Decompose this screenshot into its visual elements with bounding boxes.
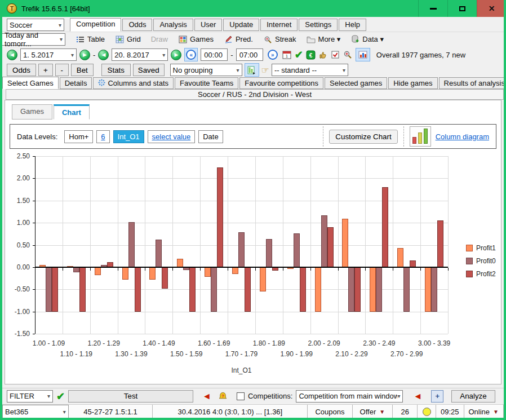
prev-date-to-icon[interactable]: ◀ (98, 50, 109, 60)
action-button-stats[interactable]: Stats (101, 64, 131, 76)
action-button-bet[interactable]: Bet (71, 64, 94, 76)
bar-profit2-0 (52, 267, 58, 312)
dropdown-triangle-icon: ▼ (493, 409, 499, 415)
grouping-apply-button[interactable] (245, 63, 259, 77)
app-window: T Trefik 15.6.5.1 [64bit] ✕ Soccer▾ Comp… (0, 0, 506, 420)
time-reset-start-button[interactable]: « (184, 48, 198, 61)
toolbar-item-data[interactable]: Data ▾ (350, 34, 384, 44)
action-button-[interactable]: + (38, 64, 53, 76)
maximize-button[interactable] (447, 0, 477, 17)
back-arrow-icon[interactable]: ◄ (413, 392, 422, 401)
coupons-cell[interactable]: Coupons (308, 405, 352, 418)
main-panel: Games Chart Data Levels: Hom+6Int_O1sele… (5, 100, 501, 384)
time-reset-end-button[interactable]: » (266, 48, 279, 61)
gridline (35, 156, 448, 157)
menu-tab-update[interactable]: Update (223, 19, 259, 31)
filter-tab-favoutite-teams[interactable]: Favoutite Teams (175, 77, 238, 89)
bar-profit2-11 (354, 267, 361, 312)
x-axis-tick (283, 268, 283, 271)
date-from-select[interactable]: 1. 5.2017▾ (20, 48, 77, 61)
calendar-icon[interactable]: 1 (282, 50, 292, 60)
filter-select[interactable]: FILTER▾ (7, 390, 53, 403)
filter-tab-strip: Select GamesDetailsColumns and statsFavo… (2, 77, 504, 89)
bookmaker-select[interactable]: Bet365▾ (2, 405, 69, 418)
prev-date-from-icon[interactable]: ◀ (7, 50, 17, 60)
y-axis-label: 1.50 (17, 197, 30, 205)
filter-tab-select-games[interactable]: Select Games (2, 77, 59, 89)
filter-check-icon[interactable]: ✔ (56, 391, 65, 401)
menu-tab-settings[interactable]: Settings (299, 19, 338, 31)
bar-profit1-3 (122, 267, 128, 280)
filter-tab-details[interactable]: Details (60, 77, 92, 89)
scope-selector[interactable]: Today and tomorr...▾ (2, 33, 65, 46)
date-to-select[interactable]: 20. 8.2017▾ (112, 48, 168, 61)
competition-select[interactable]: Competition from main window▾ (296, 390, 403, 403)
action-button-saved[interactable]: Saved (133, 64, 165, 76)
toolbar-item-grid[interactable]: Grid (115, 34, 141, 44)
toolbar-item-label: Grid (127, 35, 141, 43)
menu-tab-user[interactable]: User (194, 19, 222, 31)
tasks-check-icon[interactable] (331, 50, 340, 60)
minimize-button[interactable] (418, 0, 447, 17)
chart-view-toggle[interactable] (356, 48, 370, 61)
record-cell: 45-27-27 1.5:1.1 (69, 405, 153, 418)
competitions-checkbox[interactable] (237, 392, 245, 400)
bell-help-icon[interactable]: ? (218, 391, 228, 401)
toolbar-item-more[interactable]: More ▾ (307, 34, 341, 44)
action-button-[interactable]: - (55, 64, 69, 76)
fit-window-icon[interactable]: + (431, 390, 443, 403)
legend-swatch (466, 258, 473, 264)
next-date-from-icon[interactable]: ▶ (79, 50, 90, 60)
toolbar-item-streak[interactable]: Streak (263, 34, 296, 44)
bar-profit1-4 (149, 267, 156, 280)
filter-tab-selected-games[interactable]: Selected games (325, 77, 387, 89)
search-plus-icon[interactable] (343, 50, 353, 60)
thumbs-up-icon[interactable] (318, 50, 328, 60)
y-axis-label: 0.00 (17, 263, 30, 271)
next-date-to-icon[interactable]: ▶ (171, 50, 181, 60)
hand-pointer-icon[interactable]: ☞ (261, 65, 269, 76)
filter-tab-columns-and-stats[interactable]: Columns and stats (93, 77, 174, 89)
offer-menu[interactable]: Offer▼ (353, 405, 393, 418)
menu-tab-internet[interactable]: Internet (260, 19, 298, 31)
back-arrow-icon[interactable]: ◄ (202, 392, 211, 401)
apply-check-icon[interactable]: ✔ (295, 50, 303, 60)
filter-tab-favourite-competitions[interactable]: Favourite competitions (239, 77, 323, 89)
toolbar-item-pred[interactable]: Pred. (224, 34, 253, 44)
filter-row: FILTER▾ ✔ Test ◄ ? Competitions: Competi… (2, 388, 504, 404)
menu-tab-help[interactable]: Help (339, 19, 366, 31)
time-to-input[interactable]: 07:00 (236, 48, 263, 61)
bar-profit2-5 (189, 267, 196, 312)
bar-profit0-14 (431, 267, 437, 312)
toolbar-item-games[interactable]: Games (178, 34, 214, 44)
x-axis-label: 2.30 - 2.49 (363, 339, 395, 347)
sport-selector[interactable]: Soccer▾ (7, 19, 64, 31)
filter-tab-results-of-analysis-of-more-filters[interactable]: Results of analysis of more filters (439, 77, 506, 89)
grouping-select[interactable]: No grouping▾ (170, 64, 242, 76)
time-from-input[interactable]: 00:00 (201, 48, 228, 61)
analyze-button[interactable]: Analyze (451, 390, 495, 403)
test-button[interactable]: Test (68, 390, 193, 403)
euro-icon[interactable]: € (306, 50, 316, 60)
bar-profit1-8 (260, 267, 266, 291)
competitions-label: Competitions: (248, 392, 292, 400)
close-button[interactable]: ✕ (477, 0, 506, 17)
x-axis-label: 1.20 - 1.29 (87, 339, 119, 347)
toolbar-item-table[interactable]: Table (76, 34, 105, 44)
menu-tab-odds[interactable]: Odds (122, 19, 152, 31)
filter-tab-hide-games[interactable]: Hide games (388, 77, 437, 89)
action-button-odds[interactable]: Odds (7, 64, 36, 76)
standard-select[interactable]: -- standard --▾ (272, 64, 348, 76)
menu-tab-analysis[interactable]: Analysis (153, 19, 193, 31)
legend-label: Profit0 (476, 257, 496, 265)
x-axis-label: 1.50 - 1.59 (170, 350, 202, 358)
x-axis-label: 3.00 - 3.39 (418, 339, 450, 347)
gridline (35, 289, 448, 290)
toolbar-item-label: More ▾ (318, 35, 341, 43)
bar-profit1-2 (95, 267, 101, 275)
bar-profit0-11 (348, 267, 354, 312)
online-menu[interactable]: Online▼ (464, 405, 504, 418)
menu-tab-competition[interactable]: Competition (70, 18, 121, 32)
chevron-down-icon: ▾ (47, 393, 50, 399)
x-axis-tick (255, 268, 256, 271)
